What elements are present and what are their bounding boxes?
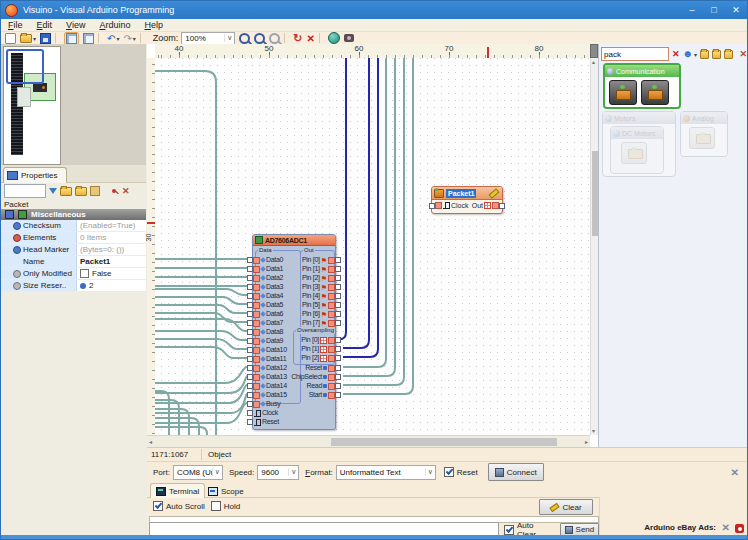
pin-connector[interactable]	[335, 383, 341, 389]
output-pin[interactable]	[328, 302, 335, 309]
scroll-down-icon[interactable]: ▾	[592, 428, 595, 434]
pin-connector[interactable]	[335, 365, 341, 371]
auto-clear-checkbox[interactable]	[504, 525, 514, 535]
maximize-button[interactable]: □	[703, 1, 725, 19]
web-button[interactable]	[328, 33, 340, 44]
horizontal-scrollbar[interactable]: ◂ ▸	[147, 435, 590, 447]
expand-all-icon[interactable]	[60, 187, 72, 196]
scroll-up-icon[interactable]: ▴	[592, 59, 595, 65]
wire[interactable]	[155, 297, 247, 304]
input-pin[interactable]	[253, 311, 260, 318]
port-select[interactable]: COM8 (Unava ∨	[173, 465, 223, 480]
input-pin[interactable]	[253, 356, 260, 363]
scroll-right-icon[interactable]: ▸	[585, 439, 588, 445]
property-row[interactable]: Head Marker(Bytes=0: ())	[1, 244, 146, 256]
wire[interactable]	[155, 367, 247, 383]
property-value[interactable]: Packet1	[77, 256, 146, 267]
folder-up-icon[interactable]	[712, 50, 721, 59]
property-value[interactable]: 2	[77, 280, 146, 291]
collapse-all-icon[interactable]	[75, 187, 87, 196]
pin-connector[interactable]	[335, 346, 341, 352]
input-pin[interactable]	[253, 293, 260, 300]
input-pin[interactable]	[253, 347, 260, 354]
input-pin[interactable]	[253, 257, 260, 264]
palette-tools-icon[interactable]: ✕	[739, 49, 747, 59]
output-pin[interactable]	[328, 284, 335, 291]
tab-properties[interactable]: Properties	[3, 167, 67, 183]
input-pin[interactable]	[253, 266, 260, 273]
property-row[interactable]: NamePacket1	[1, 256, 146, 268]
input-pin[interactable]	[328, 337, 335, 344]
pin-connector[interactable]	[335, 311, 341, 317]
zoom-reset-button[interactable]	[269, 33, 280, 44]
zoom-in-button[interactable]	[239, 33, 250, 44]
category-communication[interactable]: Communication	[603, 63, 681, 109]
save-project-button[interactable]	[40, 33, 51, 44]
menu-arduino[interactable]: Arduino	[92, 20, 137, 30]
menu-edit[interactable]: Edit	[30, 20, 60, 30]
arrange-icon[interactable]	[90, 186, 100, 196]
grid-layout-button[interactable]	[83, 33, 94, 44]
close-connection-panel-icon[interactable]: ✕	[731, 467, 739, 478]
input-pin[interactable]	[328, 383, 335, 390]
zoom-select[interactable]: 100% ∨	[181, 32, 235, 45]
value-checkbox[interactable]	[80, 269, 89, 278]
category-header[interactable]: Communication	[605, 65, 679, 77]
tools-x-icon[interactable]: ✕	[122, 186, 130, 196]
undo-button[interactable]: ↶▾	[107, 33, 119, 44]
pin-connector[interactable]	[335, 374, 341, 380]
input-pin[interactable]	[253, 329, 260, 336]
property-value[interactable]: 0 Items	[77, 232, 146, 243]
scroll-left-icon[interactable]: ◂	[149, 439, 152, 445]
panel-layout-button[interactable]	[64, 32, 79, 45]
menu-help[interactable]: Help	[137, 20, 170, 30]
pin-connector[interactable]	[247, 410, 253, 416]
menu-file[interactable]: File	[1, 20, 30, 30]
menu-view[interactable]: View	[59, 20, 92, 30]
wire[interactable]	[155, 376, 247, 393]
pin-connector[interactable]	[335, 320, 341, 326]
clock-pin[interactable]	[435, 202, 442, 209]
property-row[interactable]: Checksum(Enabled=True)	[1, 220, 146, 232]
pin-connector[interactable]	[335, 355, 341, 361]
output-pin[interactable]	[328, 293, 335, 300]
out-pin[interactable]	[492, 202, 499, 209]
open-project-button[interactable]: ▾	[20, 33, 36, 44]
input-pin[interactable]	[253, 392, 260, 399]
palette-item-packet[interactable]	[609, 80, 637, 105]
input-pin[interactable]	[253, 365, 260, 372]
output-pin[interactable]	[328, 275, 335, 282]
pin-connector[interactable]	[499, 203, 505, 209]
component-ad7606adc1[interactable]: AD7606ADC1 Data Out Oversampling Data0Da…	[252, 234, 336, 430]
pin-connector[interactable]	[335, 257, 341, 263]
tab-scope[interactable]: Scope	[203, 484, 249, 498]
input-pin[interactable]	[253, 284, 260, 291]
property-row[interactable]: Elements0 Items	[1, 232, 146, 244]
palette-item-unpacket[interactable]	[641, 80, 669, 105]
input-pin[interactable]	[328, 374, 335, 381]
input-pin[interactable]	[328, 392, 335, 399]
folder-down-icon[interactable]	[724, 50, 733, 59]
property-value[interactable]: (Enabled=True)	[77, 220, 146, 231]
clear-search-icon[interactable]: ✕	[672, 49, 680, 59]
ads-settings-icon[interactable]: ✕	[722, 522, 730, 533]
output-pin[interactable]	[328, 320, 335, 327]
format-select[interactable]: Unformatted Text ∨	[336, 465, 436, 480]
minimap-viewport-rect[interactable]	[6, 49, 44, 84]
property-group-header[interactable]: Miscellaneous	[1, 209, 146, 220]
pin-connector[interactable]	[335, 293, 341, 299]
input-pin[interactable]	[328, 365, 335, 372]
folder-edit-icon[interactable]	[700, 50, 709, 59]
snapshot-button[interactable]	[344, 33, 354, 44]
minimize-button[interactable]: –	[681, 1, 703, 19]
input-pin[interactable]	[328, 346, 335, 353]
wire[interactable]	[155, 71, 216, 435]
property-filter-input[interactable]	[4, 184, 46, 198]
canvas-viewport[interactable]: AD7606ADC1 Data Out Oversampling Data0Da…	[155, 58, 590, 435]
output-pin[interactable]	[328, 266, 335, 273]
new-project-button[interactable]	[5, 33, 16, 44]
pin-connector[interactable]	[335, 302, 341, 308]
output-pin[interactable]	[328, 257, 335, 264]
input-pin[interactable]	[253, 302, 260, 309]
input-pin[interactable]	[328, 355, 335, 362]
